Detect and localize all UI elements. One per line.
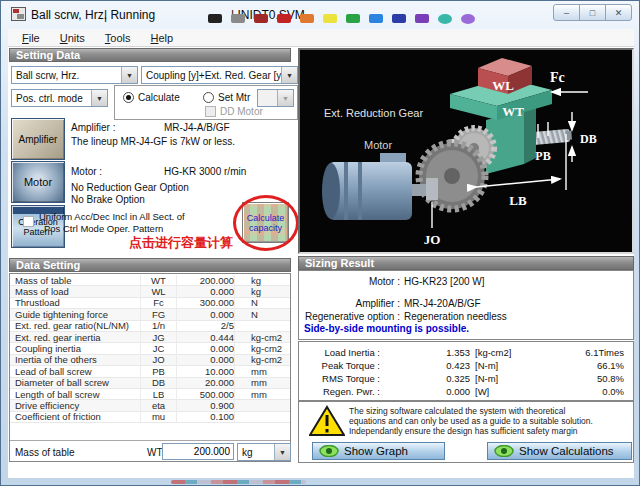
- table-row[interactable]: Length of ball screwLB500.000mm: [10, 389, 290, 400]
- edit-row-label: Mass of table: [15, 447, 74, 458]
- result-amplifier-label: Amplifier :: [299, 298, 400, 309]
- menu-item-units[interactable]: Units: [50, 32, 95, 44]
- eye-icon: [494, 445, 514, 457]
- desktop-color-swatches: [208, 14, 475, 24]
- amplifier-button[interactable]: Amplifier: [11, 118, 65, 160]
- motor-label: Motor :: [71, 166, 102, 177]
- row-label: Inertia of the others: [10, 354, 141, 365]
- metric-row: Load Inertia :1.353[kg-cm2]6.1Times: [299, 346, 633, 359]
- row-value: 0.900: [177, 400, 235, 411]
- row-value: 2/5: [177, 320, 235, 331]
- app-window: Ball scrw, Hrz. | Running | INIDT0.SVM –…: [0, 0, 640, 486]
- row-value: 300.000: [177, 297, 235, 308]
- metric-value: 0.000: [380, 386, 470, 397]
- row-unit: kg-cm2: [235, 354, 290, 365]
- close-button[interactable]: ✕: [605, 4, 632, 21]
- result-motor-label: Motor :: [299, 276, 400, 287]
- metric-ratio: 50.8%: [542, 373, 633, 384]
- table-row[interactable]: Mass of tableWT200.000kg: [10, 275, 290, 286]
- motor-button[interactable]: Motor: [11, 161, 65, 203]
- dd-motor-checkbox: [205, 106, 216, 117]
- setting-data-title: Setting Data: [16, 49, 80, 61]
- row-unit: kg: [235, 286, 290, 297]
- metric-unit: [W]: [470, 386, 542, 397]
- row-label: Lead of ball screw: [10, 366, 141, 377]
- lb-label: LB: [509, 193, 527, 208]
- desktop-color-swatch: [323, 14, 337, 23]
- table-row[interactable]: Diameter of ball screwDB20.000mm: [10, 378, 290, 389]
- chevron-down-icon[interactable]: [274, 444, 290, 460]
- desktop-color-swatch: [231, 14, 245, 23]
- title-bar[interactable]: Ball scrw, Hrz. | Running | INIDT0.SVM –…: [1, 1, 639, 29]
- mass-of-table-input[interactable]: [162, 443, 234, 460]
- row-value: 20.000: [177, 377, 235, 388]
- metric-row: RMS Torque :0.325[N-m]50.8%: [299, 372, 633, 385]
- chevron-down-icon[interactable]: [281, 67, 297, 83]
- metric-label: Regen. Pwr. :: [299, 386, 380, 397]
- unit-dropdown[interactable]: kg: [237, 443, 291, 461]
- row-unit: N: [235, 309, 290, 320]
- amplifier-label: Amplifier :: [71, 122, 115, 133]
- chevron-down-icon[interactable]: [121, 67, 137, 83]
- table-row[interactable]: Guide tightening forceFG0.000N: [10, 309, 290, 320]
- desktop-color-swatch: [277, 14, 291, 23]
- menu-item-tools[interactable]: Tools: [95, 32, 141, 44]
- warning-line: Independantly ensure the design has suff…: [349, 426, 629, 436]
- metric-label: Load Inertia :: [299, 347, 380, 358]
- metric-ratio: 6.1Times: [542, 347, 633, 358]
- app-icon: [11, 7, 26, 21]
- table-row[interactable]: Drive efficiencyeta0.900: [10, 400, 290, 411]
- menu-item-help[interactable]: Help: [141, 32, 184, 44]
- sizing-result-header: Sizing Result: [298, 256, 634, 270]
- metric-row: Peak Torque :0.423[N-m]66.1%: [299, 359, 633, 372]
- desktop-color-swatch: [438, 14, 452, 24]
- table-row[interactable]: Coefficient of frictionmu0.100: [10, 412, 290, 423]
- dd-motor-checkbox-label: DD Motor: [220, 106, 263, 117]
- amplifier-button-label: Amplifier: [19, 134, 58, 145]
- uniform-accdec-checkbox[interactable]: [23, 216, 34, 227]
- table-row[interactable]: Mass of loadWL0.000kg: [10, 286, 290, 297]
- table-row[interactable]: Ext. red. gear ratio(NL/NM)1/n2/5: [10, 321, 290, 332]
- table-row[interactable]: Lead of ball screwPB10.000mm: [10, 366, 290, 377]
- row-label: Diameter of ball screw: [10, 377, 141, 388]
- row-label: Mass of load: [10, 286, 141, 297]
- restore-button[interactable]: □: [579, 4, 606, 21]
- data-setting-table: Mass of tableWT200.000kgMass of loadWL0.…: [9, 273, 291, 462]
- row-label: Mass of table: [10, 275, 141, 286]
- row-value: 0.000: [177, 309, 235, 320]
- set-mtr-radio[interactable]: [203, 92, 214, 103]
- jo-label: JO: [424, 232, 441, 247]
- row-label: Length of ball screw: [10, 389, 141, 400]
- table-row[interactable]: Inertia of the othersJO0.000kg-cm2: [10, 355, 290, 366]
- wt-label: WT: [502, 104, 524, 119]
- calculate-capacity-button[interactable]: Calculate capacity: [242, 202, 289, 243]
- motor-select-combo: [257, 89, 294, 107]
- row-value: 0.000: [177, 286, 235, 297]
- table-row[interactable]: Coupling inertiaJC0.000kg-cm2: [10, 343, 290, 354]
- metric-label: Peak Torque :: [299, 360, 380, 371]
- calculate-radio[interactable]: [123, 92, 134, 103]
- row-symbol: PB: [141, 366, 177, 377]
- menu-item-file[interactable]: File: [12, 32, 50, 44]
- row-symbol: 1/n: [141, 320, 177, 331]
- row-value: 10.000: [177, 366, 235, 377]
- control-mode-dropdown[interactable]: Pos. ctrl. mode: [11, 89, 108, 107]
- warning-line: equations and can only be used as a guid…: [349, 416, 629, 426]
- amplifier-value: MR-J4-A/B/GF: [164, 122, 230, 133]
- wl-label: WL: [492, 78, 514, 93]
- row-symbol: JC: [141, 343, 177, 354]
- show-calculations-button[interactable]: Show Calculations: [487, 442, 632, 460]
- row-unit: mm: [235, 377, 290, 388]
- chevron-down-icon[interactable]: [91, 90, 107, 106]
- eye-icon: [319, 445, 339, 457]
- coupling-dropdown[interactable]: Coupling [y]+Ext. Red. Gear [y]: [141, 66, 298, 84]
- desktop-color-swatch: [254, 14, 268, 23]
- mechanism-diagram-svg: WL WT: [300, 50, 632, 252]
- sizing-result-summary: Motor : HG-KR23 [200 W] Amplifier : MR-J…: [298, 270, 634, 340]
- minimize-button[interactable]: –: [553, 4, 580, 21]
- table-row[interactable]: Ext. red. gear inertiaJG0.444kg-cm2: [10, 332, 290, 343]
- show-graph-button[interactable]: Show Graph: [312, 442, 445, 460]
- table-row[interactable]: ThrustloadFc300.000N: [10, 298, 290, 309]
- mechanism-dropdown[interactable]: Ball scrw, Hrz.: [11, 66, 138, 84]
- row-unit: kg-cm2: [235, 332, 290, 343]
